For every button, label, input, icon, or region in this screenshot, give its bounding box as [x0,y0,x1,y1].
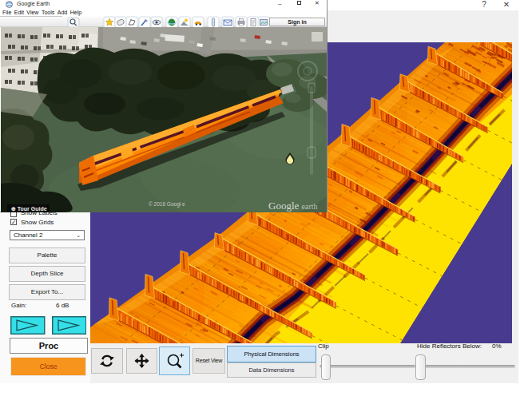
svg-text:Google earth: Google earth [268,200,318,212]
svg-text:⊕ Tour Guide: ⊕ Tour Guide [11,206,47,212]
svg-text:© 2016 Googl e: © 2016 Googl e [149,201,185,208]
